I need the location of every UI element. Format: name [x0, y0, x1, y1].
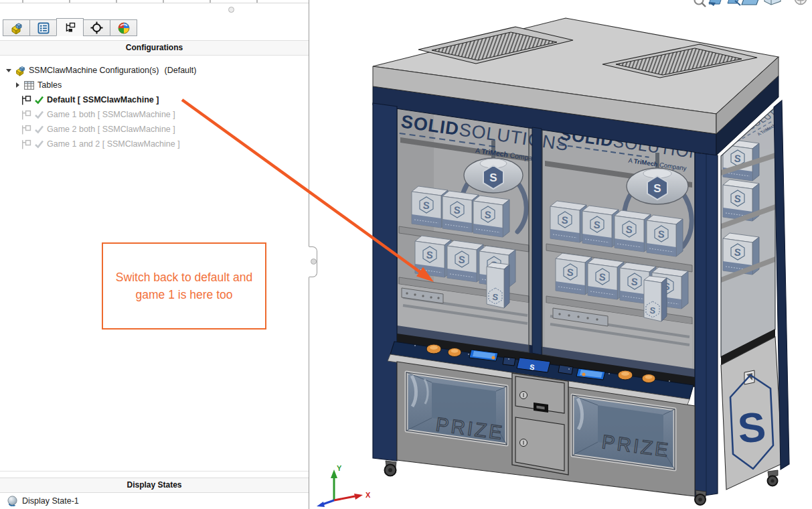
side-logo-letter: S — [736, 403, 767, 451]
tree-row-root[interactable]: SSMClawMachine Configuration(s) (Default… — [0, 63, 309, 78]
tab-propertymanager[interactable] — [29, 19, 57, 36]
tables-icon — [23, 80, 35, 91]
configurationmanager-icon — [64, 21, 76, 33]
viewport-canvas[interactable]: S S — [309, 0, 812, 509]
prize-door-left[interactable]: PRIZE — [406, 372, 507, 445]
tables-label: Tables — [37, 80, 62, 90]
graphics-viewport[interactable]: S S — [309, 0, 812, 509]
tree-row-config-game1and2[interactable]: Game 1 and 2 [ SSMClawMachine ] — [0, 137, 309, 151]
tree-row-config-default[interactable]: Default [ SSMClawMachine ] — [0, 92, 309, 107]
z-axis-arrow — [317, 502, 325, 507]
dimxpert-target-icon — [90, 21, 103, 34]
display-state-icon — [7, 496, 18, 507]
headsup-view-toolbar[interactable] — [695, 0, 807, 7]
tree-row-tables[interactable]: Tables — [0, 78, 309, 92]
tab-configurationmanager[interactable] — [56, 18, 84, 36]
configuration-flag-icon — [20, 109, 31, 121]
x-axis-arrow — [354, 494, 363, 500]
display-state-row[interactable]: Display State-1 — [0, 493, 309, 509]
root-config-suffix: (Default) — [165, 66, 197, 75]
annotation-line2: game 1 is here too — [136, 286, 233, 303]
propertymanager-icon — [37, 22, 50, 34]
featuremanager-icon — [10, 22, 23, 34]
display-states-section: Display States Display State-1 — [0, 471, 309, 509]
claw-machine-model[interactable]: S S — [373, 18, 804, 505]
solidworks-window: { "panel": { "tabs": [ {"label": "Featur… — [0, 0, 812, 509]
displaymanager-icon — [118, 22, 130, 34]
configuration-tree: SSMClawMachine Configuration(s) (Default… — [0, 63, 309, 151]
configuration-flag-icon — [20, 139, 31, 150]
display-state-label: Display State-1 — [22, 496, 79, 506]
toolbar-bottom-edge — [0, 0, 309, 3]
inactive-check-icon — [34, 110, 44, 120]
tab-featuremanager[interactable] — [3, 19, 30, 36]
annotation-line1: Switch back to default and — [116, 269, 252, 286]
configuration-flag-icon — [20, 94, 31, 106]
config-label: Game 1 and 2 [ SSMClawMachine ] — [47, 139, 180, 149]
y-axis-label: Y — [337, 464, 342, 472]
configurations-header[interactable]: Configurations — [0, 40, 309, 56]
panel-grip-dot[interactable] — [228, 7, 234, 13]
x-axis-label: X — [366, 491, 371, 499]
inactive-check-icon — [34, 139, 44, 149]
front-left-pillar — [373, 103, 397, 461]
config-label: Game 1 both [ SSMClawMachine ] — [47, 110, 175, 119]
coordinate-triad: Y X — [317, 464, 371, 507]
config-label: Game 2 both [ SSMClawMachine ] — [47, 125, 175, 134]
expanded-arrow-icon[interactable] — [6, 69, 11, 72]
active-check-icon — [34, 95, 44, 105]
view-orientation-cube-icon[interactable] — [764, 0, 781, 5]
tree-row-config-game1both[interactable]: Game 1 both [ SSMClawMachine ] — [0, 107, 309, 122]
manager-tab-bar — [3, 18, 137, 36]
root-config-label: SSMClawMachine Configuration(s) — [29, 66, 159, 75]
tree-row-config-game2both[interactable]: Game 2 both [ SSMClawMachine ] — [0, 122, 309, 137]
zoom-icon-handle — [702, 3, 706, 7]
annotation-callout: Switch back to default and game 1 is her… — [102, 242, 266, 330]
section-view-icon[interactable] — [742, 0, 759, 5]
configuration-manager-panel: Configurations SSMClawMachine Configurat… — [0, 0, 309, 509]
tab-dimxpertmanager[interactable] — [83, 19, 110, 36]
coin-door-panel[interactable] — [512, 373, 568, 475]
center-mullion — [532, 127, 542, 355]
tab-displaymanager[interactable] — [110, 19, 137, 36]
part-configurations-icon — [15, 65, 26, 76]
display-states-header[interactable]: Display States — [0, 478, 309, 493]
config-label: Default [ SSMClawMachine ] — [47, 95, 159, 104]
prize-door-right[interactable]: PRIZE — [572, 395, 675, 469]
inactive-check-icon — [34, 125, 44, 135]
splitter-dot-icon — [311, 259, 317, 265]
collapsed-arrow-icon[interactable] — [16, 82, 19, 88]
panel-splitter-handle[interactable] — [309, 246, 317, 277]
configuration-flag-icon — [20, 124, 31, 135]
